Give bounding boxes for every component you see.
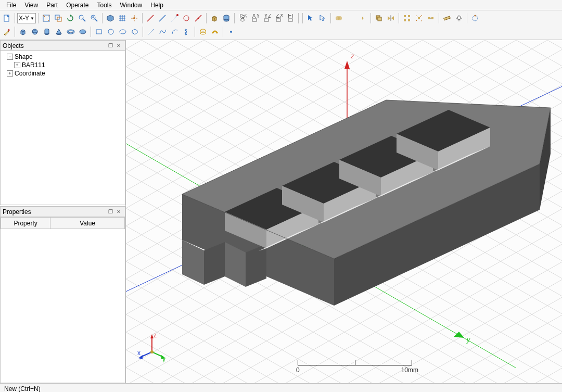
spline-tool-button[interactable] xyxy=(157,26,169,37)
status-text: New (Ctrl+N) xyxy=(4,385,41,393)
axis-plane-label: X-Y xyxy=(19,15,29,22)
box-primitive-button[interactable] xyxy=(17,26,29,37)
svg-point-73 xyxy=(56,33,61,35)
panel-close-button[interactable]: ✕ xyxy=(114,208,123,216)
arc-tool-button[interactable] xyxy=(169,26,181,37)
panel-close-button[interactable]: ✕ xyxy=(114,42,123,49)
grid-toggle-button[interactable] xyxy=(117,12,128,24)
orientation-triad[interactable]: z y x xyxy=(136,331,168,362)
circle-tool-button[interactable] xyxy=(105,26,117,37)
ellipse-tool-button[interactable] xyxy=(117,26,129,37)
svg-point-123 xyxy=(150,350,154,353)
menu-window[interactable]: Window xyxy=(116,1,147,10)
svg-line-7 xyxy=(83,19,85,21)
cylinder-primitive-button[interactable] xyxy=(221,12,232,24)
axis-y-label: y xyxy=(466,336,470,344)
yz-view-button[interactable]: YZ xyxy=(261,12,272,24)
line-tool-blue-button[interactable] xyxy=(157,12,168,24)
zoom-realtime-button[interactable] xyxy=(88,12,100,24)
circle-red-button[interactable] xyxy=(181,12,192,24)
svg-point-86 xyxy=(230,31,232,33)
cone-primitive-button[interactable] xyxy=(53,26,65,37)
rotate-handle-button[interactable] xyxy=(469,12,481,24)
zoom-window-button[interactable] xyxy=(53,12,64,24)
explode-button[interactable] xyxy=(413,12,425,24)
menu-operate[interactable]: Operate xyxy=(62,1,93,10)
polygon-tool-button[interactable] xyxy=(129,26,140,37)
shaded-view-button[interactable] xyxy=(105,12,116,24)
boolean-intersect-button[interactable] xyxy=(357,12,368,24)
scale-start-label: 0 xyxy=(296,366,300,374)
toolbar-row-2 xyxy=(1,25,561,39)
scale-bar: 0 10mm xyxy=(298,360,412,374)
xy-view-button[interactable]: XY xyxy=(249,12,260,24)
array-shape-button[interactable] xyxy=(401,12,413,24)
tree-expand-icon[interactable]: + xyxy=(7,70,13,77)
fit-all-button[interactable] xyxy=(41,12,52,24)
dropdown-arrow-icon: ▼ xyxy=(30,16,34,21)
point-tool-button[interactable] xyxy=(225,26,237,37)
axis-plane-selector[interactable]: X-Y▼ xyxy=(17,13,36,23)
panel-float-button[interactable]: ❐ xyxy=(106,208,114,216)
line-2d-button[interactable] xyxy=(145,26,157,37)
viewport-3d[interactable]: y z xyxy=(126,40,562,383)
line-dot-button[interactable] xyxy=(169,12,180,24)
new-file-button[interactable] xyxy=(1,12,12,24)
svg-rect-52 xyxy=(408,19,410,21)
menu-bar: File View Part Operate Tools Window Help xyxy=(0,0,562,10)
menu-tools[interactable]: Tools xyxy=(93,1,116,10)
properties-col-property[interactable]: Property xyxy=(1,218,50,229)
ellipsoid-primitive-button[interactable] xyxy=(77,26,88,37)
menu-help[interactable]: Help xyxy=(146,1,168,10)
line-tool-2-button[interactable] xyxy=(193,12,204,24)
rectangle-tool-button[interactable] xyxy=(93,26,105,37)
menu-file[interactable]: File xyxy=(2,1,20,10)
cursor-arrow-button[interactable] xyxy=(305,12,316,24)
svg-point-6 xyxy=(79,15,83,19)
iso-view-button[interactable]: ISO xyxy=(237,12,248,24)
cube-primitive-button[interactable] xyxy=(209,12,220,24)
tree-collapse-icon[interactable]: − xyxy=(7,54,13,60)
tree-expand-icon[interactable]: + xyxy=(14,62,20,68)
tree-item-bar111[interactable]: + BAR111 xyxy=(2,61,124,69)
refresh-button[interactable] xyxy=(65,12,76,24)
svg-point-17 xyxy=(176,14,178,16)
svg-marker-40 xyxy=(308,15,313,21)
mirror-shape-button[interactable] xyxy=(385,12,397,24)
sweep-tool-button[interactable] xyxy=(209,26,221,37)
zoom-button[interactable] xyxy=(76,12,88,24)
sidebar: Objects ❐ ✕ − Shape + BAR111 + Coo xyxy=(0,40,126,383)
assemble-button[interactable] xyxy=(425,12,437,24)
svg-point-69 xyxy=(45,33,49,35)
objects-tree[interactable]: − Shape + BAR111 + Coordinate xyxy=(1,51,125,205)
torus-primitive-button[interactable] xyxy=(65,26,76,37)
svg-point-76 xyxy=(80,30,86,34)
sphere-primitive-button[interactable] xyxy=(29,26,41,37)
menu-view[interactable]: View xyxy=(20,1,42,10)
boolean-subtract-button[interactable] xyxy=(345,12,356,24)
sketch-button[interactable] xyxy=(1,26,12,37)
menu-part[interactable]: Part xyxy=(42,1,62,10)
svg-line-15 xyxy=(159,15,165,21)
measure-button[interactable] xyxy=(441,12,453,24)
cursor-alt-button[interactable] xyxy=(317,12,328,24)
properties-table: Property Value xyxy=(1,217,125,229)
properties-col-value[interactable]: Value xyxy=(50,218,125,229)
fit-view-button[interactable]: FIT xyxy=(285,12,296,24)
boolean-union-button[interactable] xyxy=(333,12,344,24)
tree-item-coordinate[interactable]: + Coordinate xyxy=(2,69,124,78)
svg-rect-45 xyxy=(378,17,381,21)
properties-panel-header: Properties ❐ ✕ xyxy=(1,207,125,217)
line-tool-red-button[interactable] xyxy=(145,12,156,24)
revolve-tool-button[interactable] xyxy=(197,26,209,37)
svg-marker-80 xyxy=(132,29,137,34)
copy-shape-button[interactable] xyxy=(373,12,385,24)
panel-float-button[interactable]: ❐ xyxy=(106,42,114,49)
tree-item-shape[interactable]: − Shape xyxy=(2,53,124,61)
cylinder-button[interactable] xyxy=(41,26,53,37)
settings-button[interactable] xyxy=(453,12,465,24)
snap-button[interactable] xyxy=(129,12,140,24)
helix-tool-button[interactable] xyxy=(181,26,193,37)
zx-view-button[interactable]: ZX xyxy=(273,12,284,24)
svg-point-75 xyxy=(68,30,74,33)
